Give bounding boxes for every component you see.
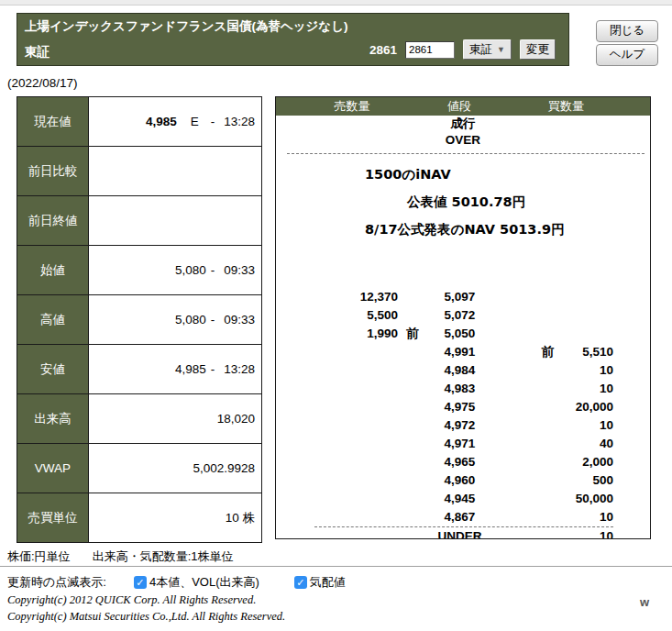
checkmark-icon: ✓ — [296, 577, 304, 588]
cell-bmark — [498, 527, 554, 539]
help-button[interactable]: ヘルプ — [596, 44, 658, 66]
cell-sell — [276, 508, 398, 526]
quote-checkbox-label: 気配値 — [310, 574, 346, 591]
cell-price: UNDER — [422, 527, 498, 539]
cell-sell: 1,990 — [276, 325, 398, 343]
cell-bmark — [498, 435, 554, 453]
copyright-quick: Copyright(c) 2012 QUICK Corp. All Rights… — [7, 593, 256, 607]
order-book-row: 4,94550,000 — [276, 490, 650, 508]
cell-sell — [276, 343, 398, 361]
cell-buy — [554, 325, 613, 343]
change-button[interactable]: 変更 — [520, 39, 556, 60]
order-book-header: 売数量 値段 買数量 — [276, 97, 650, 116]
cell-buy: 20,000 — [554, 398, 613, 416]
cell-bmark — [498, 306, 554, 325]
quote-row: 前日比較 — [17, 147, 262, 196]
order-book-row: 4,86710 — [276, 508, 650, 526]
cell-sell — [276, 398, 398, 416]
cell-buy: 10 — [554, 380, 613, 398]
cell-sell — [276, 471, 398, 490]
cell-buy: 500 — [554, 471, 613, 490]
order-book-row: 4,97140 — [276, 435, 650, 453]
cell-sell — [276, 490, 398, 508]
cell-price: 4,965 — [422, 453, 498, 471]
inav-note-line2: 公表値 5010.78円 — [407, 194, 650, 211]
quote-row-value: 5,002.9928 — [89, 444, 262, 493]
order-book-row: 4,97520,000 — [276, 398, 650, 416]
quote-checkbox[interactable]: ✓ — [294, 576, 307, 589]
cell-smark — [398, 435, 422, 453]
cell-smark: 前 — [398, 325, 422, 343]
quote-row-value: 5,080-09:33 — [89, 295, 262, 345]
quote-row-value: 5,080-09:33 — [89, 246, 262, 295]
quote-row-label: 前日終値 — [17, 196, 89, 246]
quote-row: 前日終値 — [17, 196, 262, 246]
order-book-row: 4,98310 — [276, 380, 650, 398]
inav-note-line3: 8/17公式発表のNAV 5013.9円 — [365, 221, 650, 238]
cell-price: 4,945 — [422, 490, 498, 508]
cell-price: 4,984 — [422, 361, 498, 380]
cell-bmark — [498, 508, 554, 526]
blink-settings-row: 更新時の点滅表示: ✓ 4本値、VOL(出来高) ✓ 気配値 — [7, 574, 346, 591]
blink-settings-label: 更新時の点滅表示: — [7, 574, 106, 591]
ohlc-checkbox[interactable]: ✓ — [134, 576, 147, 589]
quote-row-value: 18,020 — [89, 394, 262, 444]
exchange-label: 東証 — [25, 44, 50, 61]
cell-sell — [276, 416, 398, 435]
cell-smark — [398, 288, 422, 306]
close-button[interactable]: 閉じる — [596, 20, 658, 42]
code-input[interactable] — [405, 41, 455, 59]
order-book-row: 4,991前5,510 — [276, 343, 650, 361]
cell-bmark — [498, 325, 554, 343]
cell-bmark — [498, 398, 554, 416]
cell-price: 4,867 — [422, 508, 498, 526]
cell-smark — [398, 508, 422, 526]
ohlc-checkbox-group: ✓ 4本値、VOL(出来高) — [134, 574, 259, 591]
cell-bmark — [498, 361, 554, 380]
cell-smark — [398, 343, 422, 361]
cell-bmark — [498, 416, 554, 435]
watermark-letter: w — [640, 595, 649, 609]
date-label: (2022/08/17) — [7, 76, 78, 90]
order-book-row: 12,3705,097 — [276, 288, 650, 306]
cell-sell — [276, 361, 398, 380]
quote-row-label: 始値 — [17, 246, 89, 295]
order-book-row: 5,5005,072 — [276, 306, 650, 325]
quote-row-label: 売買単位 — [17, 493, 89, 543]
cell-price: 5,050 — [422, 325, 498, 343]
quote-row-value: 10 株 — [89, 493, 262, 543]
cell-price: 5,072 — [422, 306, 498, 325]
quote-row: 始値5,080-09:33 — [17, 246, 262, 295]
cell-smark — [398, 380, 422, 398]
dashed-divider-top — [287, 153, 644, 154]
header-controls: 2861 東証 ▼ 変更 — [369, 39, 556, 60]
cell-bmark — [498, 380, 554, 398]
cell-price: 5,097 — [422, 288, 498, 306]
chevron-down-icon: ▼ — [497, 45, 505, 54]
quote-row-label: 高値 — [17, 295, 89, 345]
cell-smark — [398, 306, 422, 325]
cell-smark — [398, 453, 422, 471]
quote-row-label: VWAP — [17, 444, 89, 493]
cell-smark — [398, 471, 422, 490]
inav-note-line1: 1500のiNAV — [365, 166, 650, 183]
order-book-row: 4,960500 — [276, 471, 650, 490]
header-sell-qty: 売数量 — [276, 98, 428, 115]
cell-bmark: 前 — [498, 343, 554, 361]
cell-bmark — [498, 453, 554, 471]
cell-bmark — [498, 288, 554, 306]
order-book-row: 4,97210 — [276, 416, 650, 435]
cell-price: 4,983 — [422, 380, 498, 398]
order-book-row: 4,9652,000 — [276, 453, 650, 471]
cell-smark — [398, 398, 422, 416]
cell-buy: 10 — [554, 361, 613, 380]
cell-sell — [276, 435, 398, 453]
quote-row: 出来高18,020 — [17, 394, 262, 444]
order-book-panel: 売数量 値段 買数量 成行 OVER 1500のiNAV 公表値 5010.78… — [275, 96, 651, 539]
cell-bmark — [498, 490, 554, 508]
market-select[interactable]: 東証 ▼ — [463, 39, 512, 60]
quote-checkbox-group: ✓ 気配値 — [294, 574, 346, 591]
quote-row: VWAP5,002.9928 — [17, 444, 262, 493]
cell-sell — [276, 380, 398, 398]
under-row: UNDER 10 — [276, 527, 650, 539]
